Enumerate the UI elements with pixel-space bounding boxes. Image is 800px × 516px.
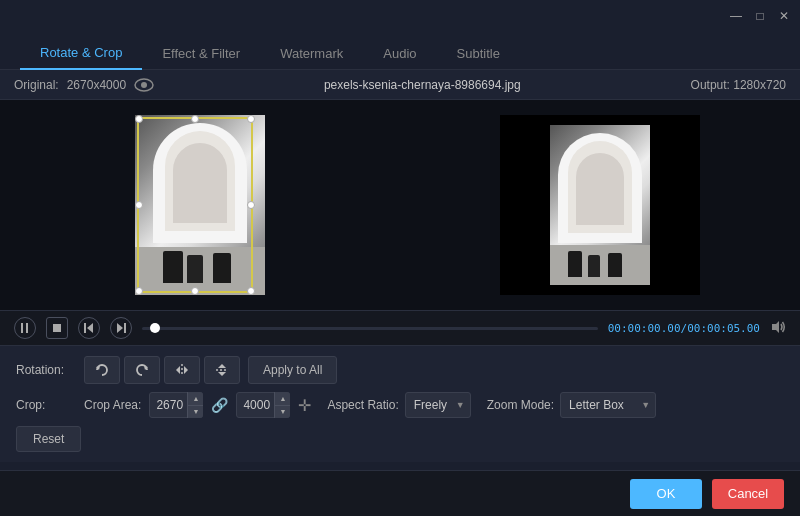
preview-container	[0, 100, 800, 310]
crop-area-label: Crop Area:	[84, 398, 141, 412]
reset-row: Reset	[16, 426, 784, 452]
volume-icon[interactable]	[770, 320, 786, 337]
original-size: 2670x4000	[67, 78, 126, 92]
ok-button[interactable]: OK	[630, 479, 702, 509]
tab-effect-filter[interactable]: Effect & Filter	[142, 38, 260, 69]
reset-button[interactable]: Reset	[16, 426, 81, 452]
crop-height-up[interactable]: ▲	[274, 392, 290, 406]
crop-width-down[interactable]: ▼	[187, 406, 203, 419]
zoom-mode-label: Zoom Mode:	[487, 398, 554, 412]
aspect-ratio-group: Aspect Ratio: Freely 16:9 4:3 1:1 9:16 ▼	[327, 392, 470, 418]
bottom-bar: OK Cancel	[0, 470, 800, 516]
crop-width-up[interactable]: ▲	[187, 392, 203, 406]
rotate-left-button[interactable]	[84, 356, 120, 384]
rotation-row: Rotation: Apply to All	[16, 356, 784, 384]
stop-button[interactable]	[46, 317, 68, 339]
eye-icon	[134, 78, 154, 92]
info-bar: Original: 2670x4000 pexels-ksenia-cherna…	[0, 70, 800, 100]
move-icon[interactable]: ✛	[298, 396, 311, 415]
rotation-buttons	[84, 356, 240, 384]
original-label: Original:	[14, 78, 59, 92]
output-label: Output:	[691, 78, 730, 92]
crop-controls: ▲ ▼ 🔗 ▲ ▼ ✛ Aspect Ratio: Freely 16:9	[149, 392, 656, 418]
aspect-ratio-select[interactable]: Freely 16:9 4:3 1:1 9:16	[405, 392, 471, 418]
rotation-label: Rotation:	[16, 363, 76, 377]
aspect-ratio-label: Aspect Ratio:	[327, 398, 398, 412]
timeline-track[interactable]	[142, 327, 598, 330]
timeline-bar: 00:00:00.00/00:00:05.00	[0, 310, 800, 346]
tab-subtitle[interactable]: Subtitle	[437, 38, 520, 69]
tab-watermark[interactable]: Watermark	[260, 38, 363, 69]
tab-bar: Rotate & Crop Effect & Filter Watermark …	[0, 32, 800, 70]
svg-rect-4	[53, 324, 61, 332]
play-pause-button[interactable]	[14, 317, 36, 339]
svg-marker-13	[176, 366, 180, 374]
svg-rect-5	[84, 323, 86, 333]
crop-row: Crop: Crop Area: ▲ ▼ 🔗 ▲ ▼ ✛ Aspect Rati	[16, 392, 784, 418]
timeline-thumb[interactable]	[150, 323, 160, 333]
tab-audio[interactable]: Audio	[363, 38, 436, 69]
svg-point-1	[141, 82, 147, 88]
minimize-button[interactable]: —	[728, 8, 744, 24]
output-size: 1280x720	[733, 78, 786, 92]
crop-width-wrapper: ▲ ▼	[149, 392, 203, 418]
crop-height-down[interactable]: ▼	[274, 406, 290, 419]
svg-marker-8	[117, 323, 123, 333]
link-icon: 🔗	[211, 397, 228, 413]
svg-marker-14	[184, 366, 188, 374]
output-preview-frame	[500, 115, 700, 295]
flip-vertical-button[interactable]	[204, 356, 240, 384]
filename: pexels-ksenia-chernaya-8986694.jpg	[324, 78, 521, 92]
apply-all-button[interactable]: Apply to All	[248, 356, 337, 384]
svg-rect-2	[21, 323, 23, 333]
aspect-ratio-wrapper: Freely 16:9 4:3 1:1 9:16 ▼	[405, 392, 471, 418]
svg-marker-9	[772, 321, 779, 333]
preview-right	[400, 100, 800, 310]
svg-marker-6	[87, 323, 93, 333]
zoom-mode-wrapper: Letter Box Pan & Scan Full ▼	[560, 392, 656, 418]
svg-rect-3	[26, 323, 28, 333]
time-display: 00:00:00.00/00:00:05.00	[608, 322, 760, 335]
rotate-right-button[interactable]	[124, 356, 160, 384]
controls-area: Rotation: Apply to All Crop: Crop Area:	[0, 346, 800, 462]
skip-forward-button[interactable]	[110, 317, 132, 339]
svg-marker-17	[218, 372, 226, 376]
cancel-button[interactable]: Cancel	[712, 479, 784, 509]
zoom-mode-group: Zoom Mode: Letter Box Pan & Scan Full ▼	[487, 392, 656, 418]
maximize-button[interactable]: □	[752, 8, 768, 24]
preview-left	[0, 100, 400, 310]
svg-marker-16	[218, 364, 226, 368]
tab-rotate-crop[interactable]: Rotate & Crop	[20, 37, 142, 70]
crop-height-wrapper: ▲ ▼	[236, 392, 290, 418]
preview-area: ▲ ▼	[0, 100, 800, 310]
svg-rect-7	[124, 323, 126, 333]
crop-label: Crop:	[16, 398, 76, 412]
skip-back-button[interactable]	[78, 317, 100, 339]
zoom-mode-select[interactable]: Letter Box Pan & Scan Full	[560, 392, 656, 418]
title-bar: — □ ✕	[0, 0, 800, 32]
flip-horizontal-button[interactable]	[164, 356, 200, 384]
close-button[interactable]: ✕	[776, 8, 792, 24]
